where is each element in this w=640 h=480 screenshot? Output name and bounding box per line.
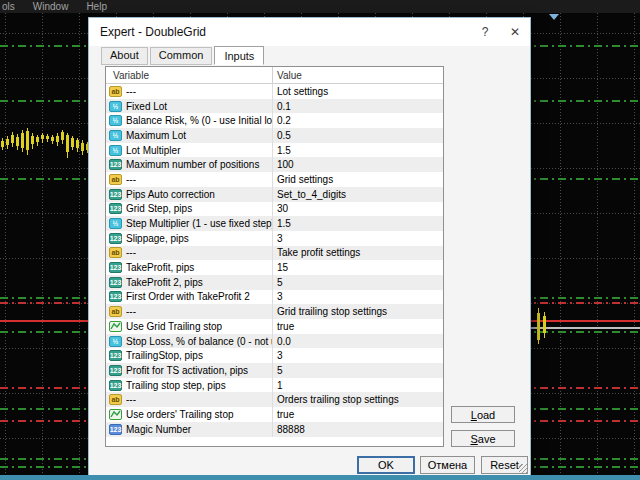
table-row[interactable]: Use Grid Trailing stoptrue	[106, 319, 443, 334]
variable-value[interactable]: 15	[272, 260, 443, 275]
variable-cell: 123Pips Auto correction	[106, 187, 272, 202]
variable-cell: 123TrailingStop, pips	[106, 348, 272, 363]
variable-cell: 123TakeProfit, pips	[106, 260, 272, 275]
variable-value[interactable]: 1.5	[272, 143, 443, 158]
variable-value[interactable]: true	[272, 319, 443, 334]
table-row[interactable]: ½Balance Risk, % (0 - use Initial lot)0.…	[106, 113, 443, 128]
variable-name: Grid Step, pips	[126, 203, 192, 214]
table-row[interactable]: ab---Orders trailing stop settings	[106, 392, 443, 407]
variable-value[interactable]: 3	[272, 290, 443, 305]
tab-inputs[interactable]: Inputs	[214, 46, 264, 65]
variable-value[interactable]: Grid trailing stop settings	[272, 304, 443, 319]
variable-value[interactable]: 100	[272, 157, 443, 172]
variable-value[interactable]: 5	[272, 363, 443, 378]
table-row[interactable]: 123Magic Number88888	[106, 422, 443, 437]
resize-grip[interactable]	[519, 464, 528, 473]
variable-value[interactable]: 88888	[272, 422, 443, 437]
variable-name: TrailingStop, pips	[126, 350, 203, 361]
variable-value[interactable]: 1	[272, 378, 443, 393]
variable-name: ---	[126, 247, 136, 258]
candlestick	[56, 136, 59, 142]
tab-about[interactable]: About	[101, 47, 148, 65]
table-row[interactable]: ½Step Multiplier (1 - use fixed step)1.5	[106, 216, 443, 231]
variable-name: Slippage, pips	[126, 233, 189, 244]
variable-name: TakeProfit 2, pips	[126, 277, 203, 288]
table-row[interactable]: ab---Lot settings	[106, 84, 443, 99]
table-row[interactable]: 123Profit for TS activation, pips5	[106, 363, 443, 378]
variable-cell: 123Slippage, pips	[106, 231, 272, 246]
ok-button[interactable]: OK	[357, 456, 415, 474]
variable-value[interactable]: 30	[272, 202, 443, 217]
variable-value[interactable]: Grid settings	[272, 172, 443, 187]
inputs-table: Variable Value ab---Lot settings½Fixed L…	[105, 66, 444, 447]
variable-value[interactable]: 1.5	[272, 216, 443, 231]
cancel-button[interactable]: Отмена	[420, 456, 475, 474]
variable-value[interactable]: Orders trailing stop settings	[272, 392, 443, 407]
table-row[interactable]: 123Pips Auto correctionSet_to_4_digits	[106, 187, 443, 202]
table-row[interactable]: ab---Take profit settings	[106, 246, 443, 261]
variable-value[interactable]: true	[272, 407, 443, 422]
candlestick	[36, 137, 39, 142]
silver-level-line	[530, 327, 640, 329]
variable-value[interactable]: Set_to_4_digits	[272, 187, 443, 202]
table-row[interactable]: Use orders' Trailing stoptrue	[106, 407, 443, 422]
variable-name: ---	[126, 394, 136, 405]
menu-item-window[interactable]: Window	[24, 1, 78, 12]
dialog-title-bar[interactable]: Expert - DoubleGrid ? ✕	[89, 18, 530, 46]
candlestick	[31, 136, 34, 144]
table-row[interactable]: 123TakeProfit 2, pips5	[106, 275, 443, 290]
dbl-param-icon: ½	[109, 115, 122, 126]
table-row[interactable]: ½Maximum Lot0.5	[106, 128, 443, 143]
variable-name: First Order with TakeProfit 2	[126, 291, 250, 302]
dialog-title: Expert - DoubleGrid	[89, 25, 470, 39]
variable-value[interactable]: 3	[272, 348, 443, 363]
table-row[interactable]: 123TrailingStop, pips3	[106, 348, 443, 363]
table-body: ab---Lot settings½Fixed Lot0.1½Balance R…	[106, 84, 443, 437]
variable-name: ---	[126, 306, 136, 317]
table-row[interactable]: 123First Order with TakeProfit 23	[106, 290, 443, 305]
variable-name: Balance Risk, % (0 - use Initial lot)	[126, 115, 272, 126]
menu-item-help[interactable]: Help	[77, 1, 116, 12]
variable-cell: 123Profit for TS activation, pips	[106, 363, 272, 378]
variable-cell: ab---	[106, 246, 272, 261]
save-button[interactable]: Save	[451, 430, 515, 447]
str-param-icon: ab	[109, 247, 122, 258]
variable-name: Lot Multipler	[126, 145, 180, 156]
int-param-icon: 123	[109, 262, 122, 273]
variable-name: Use orders' Trailing stop	[126, 409, 234, 420]
table-row[interactable]: ½Fixed Lot0.1	[106, 99, 443, 114]
table-row[interactable]: 123TakeProfit, pips15	[106, 260, 443, 275]
help-icon[interactable]: ?	[470, 18, 500, 46]
table-row[interactable]: ab---Grid settings	[106, 172, 443, 187]
variable-value[interactable]: 5	[272, 275, 443, 290]
table-row[interactable]: ab---Grid trailing stop settings	[106, 304, 443, 319]
variable-value[interactable]: 3	[272, 231, 443, 246]
table-row[interactable]: ½Stop Loss, % of balance (0 - not used)0…	[106, 334, 443, 349]
table-row[interactable]: 123Maximum number of positions100	[106, 157, 443, 172]
load-button[interactable]: Load	[451, 406, 515, 423]
close-icon[interactable]: ✕	[500, 18, 530, 46]
table-row[interactable]: 123Grid Step, pips30	[106, 202, 443, 217]
menu-item-ols[interactable]: ols	[0, 1, 24, 12]
table-row[interactable]: 123Trailing stop step, pips1	[106, 378, 443, 393]
variable-value[interactable]: 0.2	[272, 113, 443, 128]
variable-value[interactable]: 0.1	[272, 99, 443, 114]
variable-name: Step Multiplier (1 - use fixed step)	[126, 218, 272, 229]
int-param-icon: 123	[109, 203, 122, 214]
variable-cell: 123Maximum number of positions	[106, 157, 272, 172]
tab-common[interactable]: Common	[150, 47, 213, 65]
variable-cell: ½Fixed Lot	[106, 99, 272, 114]
variable-value[interactable]: 0.0	[272, 334, 443, 349]
variable-name: Magic Number	[126, 424, 191, 435]
variable-value[interactable]: 0.5	[272, 128, 443, 143]
variable-value[interactable]: Take profit settings	[272, 246, 443, 261]
dbl-param-icon: ½	[109, 145, 122, 156]
variable-name: TakeProfit, pips	[126, 262, 194, 273]
table-row[interactable]: 123Slippage, pips3	[106, 231, 443, 246]
variable-value[interactable]: Lot settings	[272, 84, 443, 99]
candlestick	[1, 141, 4, 147]
table-row[interactable]: ½Lot Multipler1.5	[106, 143, 443, 158]
variable-name: Trailing stop step, pips	[126, 380, 226, 391]
candlestick	[51, 137, 54, 141]
int-param-icon: 123	[109, 380, 122, 391]
